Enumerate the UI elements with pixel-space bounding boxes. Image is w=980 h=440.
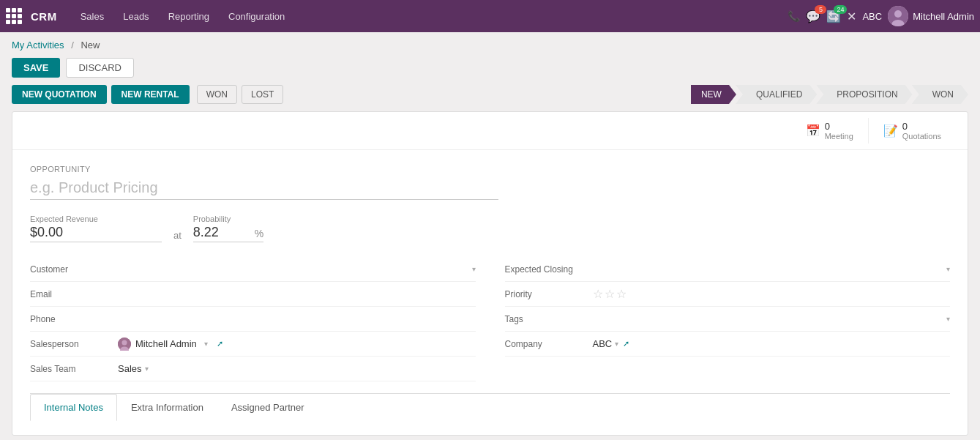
company-field-value: ABC [593,338,613,349]
svg-point-4 [122,340,127,345]
priority-label: Priority [505,289,593,299]
expected-closing-chevron-icon: ▾ [946,265,950,273]
apps-grid-icon[interactable] [6,8,22,24]
stats-bar: 📅 0 Meeting 📝 0 Quotations [12,112,968,150]
revenue-row: Expected Revenue $0.00 at Probability 8.… [30,215,950,242]
sales-team-field-row: Sales Team Sales ▾ [30,357,476,381]
breadcrumb-current: New [81,40,100,51]
star-1-icon[interactable]: ☆ [593,287,603,301]
phone-icon[interactable]: 📞 [788,10,800,22]
salesperson-chevron-icon: ▾ [204,340,208,348]
stage-new[interactable]: NEW [691,85,736,104]
at-label: at [173,217,182,241]
expected-closing-input[interactable] [593,264,944,275]
fields-left: Customer ▾ Email Phone [30,257,476,381]
breadcrumb: My Activities / New [0,32,980,55]
customer-label: Customer [30,264,118,275]
new-rental-button[interactable]: NEW RENTAL [111,85,190,104]
chat-badge: 5 [815,5,826,14]
meeting-stat[interactable]: 📅 0 Meeting [791,118,868,143]
nav-reporting[interactable]: Reporting [160,7,218,26]
discard-button[interactable]: DISCARD [66,58,134,78]
tags-field-row: Tags ▾ [505,307,951,332]
action-bar: SAVE DISCARD [0,55,980,85]
tags-label: Tags [505,314,593,324]
quotations-stat[interactable]: 📝 0 Quotations [868,118,956,143]
svg-point-1 [894,10,902,18]
expected-closing-select[interactable]: ▾ [593,264,951,275]
stage-won[interactable]: WON [912,85,968,104]
meeting-count: 0 [825,121,853,132]
stage-qualified[interactable]: QUALIFIED [736,85,817,104]
expected-revenue-value[interactable]: $0.00 [30,225,162,242]
fields-right: Expected Closing ▾ Priority ☆ ☆ ☆ [505,257,951,381]
quotations-icon: 📝 [883,124,898,138]
breadcrumb-separator: / [71,40,74,51]
new-quotation-button[interactable]: NEW QUOTATION [12,85,107,104]
expected-revenue-col: Expected Revenue $0.00 [30,215,162,242]
sales-team-value: Sales [118,363,142,374]
opportunity-section: Opportunity [30,165,950,200]
probability-input-wrap: 8.22 % [193,225,263,242]
user-name: Mitchell Admin [913,11,974,22]
fields-grid: Customer ▾ Email Phone [30,257,950,381]
opportunity-input[interactable] [30,176,498,200]
customer-field-row: Customer ▾ [30,257,476,282]
phone-field-row: Phone [30,307,476,332]
phone-input[interactable] [118,313,476,325]
salesperson-external-link-icon[interactable]: ➚ [217,339,223,348]
tab-extra-information[interactable]: Extra Information [117,394,217,421]
won-button[interactable]: WON [197,85,237,104]
user-menu[interactable]: Mitchell Admin [888,6,974,26]
quotations-label: Quotations [902,132,941,141]
email-input[interactable] [118,288,476,300]
company-chevron-icon: ▾ [615,340,618,348]
probability-value[interactable]: 8.22 [193,225,252,242]
company-field-row: Company ABC ▾ ➚ [505,332,951,357]
nav-sales[interactable]: Sales [72,7,113,26]
save-button[interactable]: SAVE [12,58,60,78]
priority-field-row: Priority ☆ ☆ ☆ [505,282,951,307]
navbar-menu: Sales Leads Reporting Configuration [72,7,785,26]
salesperson-field-row: Salesperson Mitchell Admin ▾ [30,332,476,357]
tags-input[interactable] [593,313,944,324]
form-card: 📅 0 Meeting 📝 0 Quotations Opportunity [12,111,968,436]
company-external-link-icon[interactable]: ➚ [623,339,629,348]
opportunity-label: Opportunity [30,165,950,174]
probability-unit: % [255,228,263,239]
customer-input[interactable] [118,264,469,275]
email-label: Email [30,289,118,299]
expected-closing-field-row: Expected Closing ▾ [505,257,951,282]
nav-leads[interactable]: Leads [114,7,157,26]
breadcrumb-parent[interactable]: My Activities [12,40,64,51]
user-avatar [888,6,908,26]
tags-chevron-icon: ▾ [946,315,950,323]
calendar-icon: 📅 [806,124,820,138]
star-2-icon[interactable]: ☆ [605,287,615,301]
tags-select[interactable]: ▾ [593,313,951,324]
tab-internal-notes[interactable]: Internal Notes [30,394,117,421]
tabs-bar: Internal Notes Extra Information Assigne… [30,393,950,420]
form-body: Opportunity Expected Revenue $0.00 at Pr… [12,150,968,435]
lost-button[interactable]: LOST [242,85,283,104]
main-content: 📅 0 Meeting 📝 0 Quotations Opportunity [0,111,980,436]
customer-select[interactable]: ▾ [118,264,476,275]
close-icon[interactable]: ✕ [847,10,856,23]
star-3-icon[interactable]: ☆ [616,287,626,301]
sales-team-chevron-icon: ▾ [145,365,149,373]
stage-proposition[interactable]: PROPOSITION [816,85,912,104]
salesperson-name: Mitchell Admin [135,338,197,349]
company-select[interactable]: ABC ▾ ➚ [593,338,951,349]
probability-col: Probability 8.22 % [193,215,263,242]
salesperson-value: Mitchell Admin ▾ ➚ [118,338,223,351]
expected-revenue-label: Expected Revenue [30,215,162,223]
brand-logo: CRM [31,10,57,23]
sales-team-select[interactable]: Sales ▾ [118,363,476,374]
quotations-count: 0 [902,121,941,132]
nav-configuration[interactable]: Configuration [220,7,293,26]
navbar: CRM Sales Leads Reporting Configuration … [0,0,980,32]
tab-assigned-partner[interactable]: Assigned Partner [217,394,318,421]
chat-icon[interactable]: 💬 5 [806,10,820,23]
company-field-label: Company [505,339,593,349]
activity-icon[interactable]: 🔄 24 [826,10,841,23]
